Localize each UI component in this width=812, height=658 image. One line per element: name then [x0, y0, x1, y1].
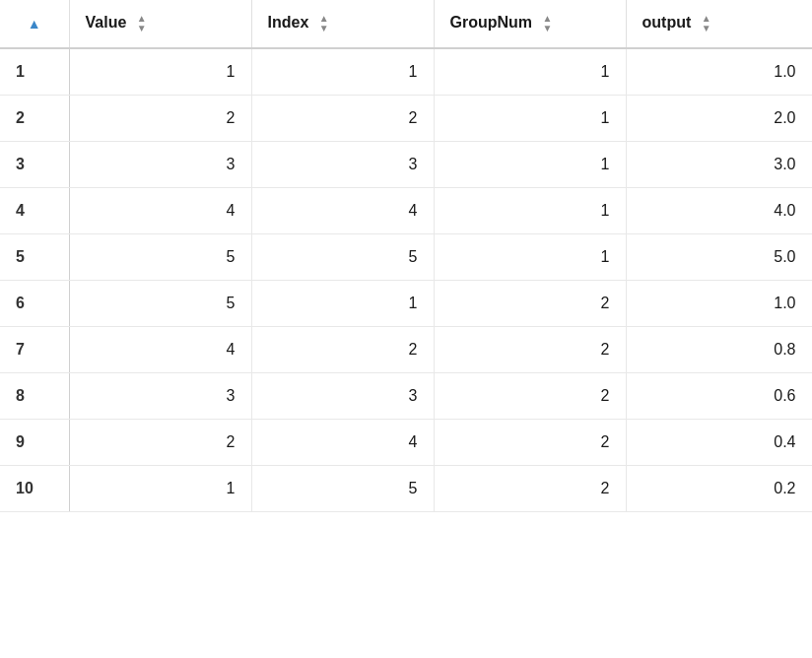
cell-value: 1	[69, 466, 251, 512]
cell-index: 5	[251, 234, 434, 281]
cell-index: 4	[251, 420, 434, 466]
sort-icon-output: ▲ ▼	[702, 14, 711, 33]
cell-row-number: 4	[0, 188, 69, 234]
sort-icon-value: ▲ ▼	[137, 14, 147, 33]
cell-groupnum: 1	[434, 142, 626, 188]
cell-row-number: 9	[0, 420, 69, 466]
cell-groupnum: 1	[434, 48, 626, 96]
col-output-label: output	[643, 14, 692, 31]
cell-output: 0.6	[626, 373, 812, 420]
col-value-label: Value	[86, 14, 127, 31]
cell-row-number: 7	[0, 327, 69, 373]
cell-groupnum: 2	[434, 466, 626, 512]
col-header-index[interactable]: Index ▲ ▼	[251, 0, 434, 48]
sort-up-icon: ▲	[28, 16, 41, 32]
sort-icon-groupnum: ▲ ▼	[543, 14, 553, 33]
cell-value: 2	[69, 420, 251, 466]
cell-index: 5	[251, 466, 434, 512]
cell-groupnum: 1	[434, 96, 626, 142]
cell-index: 4	[251, 188, 434, 234]
cell-index: 2	[251, 96, 434, 142]
cell-output: 1.0	[626, 48, 812, 96]
table-row: 83320.6	[0, 373, 812, 420]
col-groupnum-label: GroupNum	[450, 14, 533, 31]
table-row: 101520.2	[0, 466, 812, 512]
col-header-row[interactable]: ▲	[0, 0, 69, 48]
cell-value: 4	[69, 188, 251, 234]
table-row: 74220.8	[0, 327, 812, 373]
cell-row-number: 5	[0, 234, 69, 281]
cell-output: 0.4	[626, 420, 812, 466]
cell-value: 5	[69, 234, 251, 281]
cell-groupnum: 2	[434, 281, 626, 327]
table-row: 11111.0	[0, 48, 812, 96]
table-body: 11111.022212.033313.044414.055515.065121…	[0, 48, 812, 512]
cell-value: 3	[69, 373, 251, 420]
cell-groupnum: 1	[434, 188, 626, 234]
cell-index: 2	[251, 327, 434, 373]
table-row: 65121.0	[0, 281, 812, 327]
table-row: 92420.4	[0, 420, 812, 466]
cell-value: 4	[69, 327, 251, 373]
data-table: ▲ Value ▲ ▼ Index ▲ ▼ GroupNum ▲	[0, 0, 812, 512]
cell-index: 3	[251, 142, 434, 188]
cell-output: 1.0	[626, 281, 812, 327]
table-header-row: ▲ Value ▲ ▼ Index ▲ ▼ GroupNum ▲	[0, 0, 812, 48]
col-header-value[interactable]: Value ▲ ▼	[69, 0, 251, 48]
cell-output: 4.0	[626, 188, 812, 234]
cell-output: 5.0	[626, 234, 812, 281]
cell-value: 1	[69, 48, 251, 96]
cell-groupnum: 2	[434, 373, 626, 420]
cell-groupnum: 1	[434, 234, 626, 281]
cell-row-number: 6	[0, 281, 69, 327]
table-row: 22212.0	[0, 96, 812, 142]
cell-value: 3	[69, 142, 251, 188]
cell-groupnum: 2	[434, 420, 626, 466]
cell-index: 1	[251, 281, 434, 327]
cell-value: 5	[69, 281, 251, 327]
cell-row-number: 10	[0, 466, 69, 512]
cell-row-number: 2	[0, 96, 69, 142]
cell-index: 3	[251, 373, 434, 420]
table-row: 44414.0	[0, 188, 812, 234]
cell-output: 0.2	[626, 466, 812, 512]
col-index-label: Index	[268, 14, 309, 31]
col-header-output[interactable]: output ▲ ▼	[626, 0, 812, 48]
cell-index: 1	[251, 48, 434, 96]
table-row: 55515.0	[0, 234, 812, 281]
cell-row-number: 1	[0, 48, 69, 96]
cell-output: 0.8	[626, 327, 812, 373]
table-row: 33313.0	[0, 142, 812, 188]
cell-output: 3.0	[626, 142, 812, 188]
cell-row-number: 8	[0, 373, 69, 420]
cell-value: 2	[69, 96, 251, 142]
sort-icon-index: ▲ ▼	[319, 14, 329, 33]
col-header-groupnum[interactable]: GroupNum ▲ ▼	[434, 0, 626, 48]
cell-groupnum: 2	[434, 327, 626, 373]
cell-output: 2.0	[626, 96, 812, 142]
cell-row-number: 3	[0, 142, 69, 188]
